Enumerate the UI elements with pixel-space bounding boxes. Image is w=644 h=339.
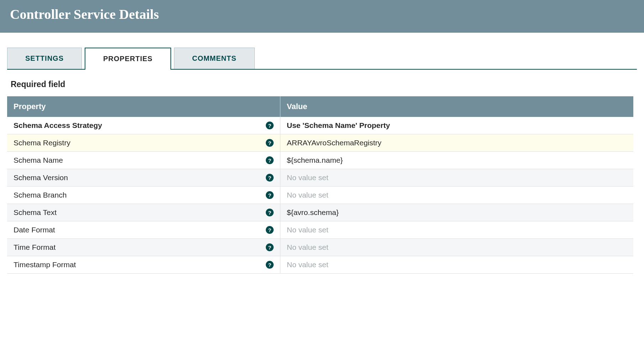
table-row[interactable]: Schema Version?No value set [7, 169, 633, 187]
header-value: Value [280, 96, 633, 117]
property-name: Schema Name [14, 156, 63, 165]
value-cell[interactable]: Use 'Schema Name' Property [280, 117, 633, 134]
value-cell[interactable]: ARRAYAvroSchemaRegistry [280, 134, 633, 151]
value-text: Use 'Schema Name' Property [287, 121, 390, 130]
table-row[interactable]: Time Format?No value set [7, 239, 633, 256]
property-cell: Schema Branch? [7, 187, 280, 204]
value-text: ${schema.name} [287, 156, 343, 165]
table-row[interactable]: Schema Name?${schema.name} [7, 152, 633, 169]
property-cell: Schema Version? [7, 169, 280, 186]
content-area: Required field Property Value Schema Acc… [0, 70, 644, 274]
tabs: SETTINGS PROPERTIES COMMENTS [7, 48, 637, 70]
value-text: No value set [287, 173, 328, 182]
value-text: ARRAYAvroSchemaRegistry [287, 139, 381, 147]
value-text: No value set [287, 260, 328, 269]
dialog-title: Controller Service Details [10, 6, 634, 22]
table-header: Property Value [7, 96, 633, 117]
property-name: Schema Access Strategy [14, 121, 102, 130]
help-icon[interactable]: ? [266, 156, 274, 164]
dialog-header: Controller Service Details [0, 0, 644, 33]
help-icon[interactable]: ? [266, 209, 274, 216]
help-icon[interactable]: ? [266, 191, 274, 199]
property-cell: Date Format? [7, 221, 280, 238]
help-icon[interactable]: ? [266, 174, 274, 182]
table-body: Schema Access Strategy?Use 'Schema Name'… [7, 117, 633, 274]
table-row[interactable]: Schema Text?${avro.schema} [7, 204, 633, 221]
property-name: Date Format [14, 226, 55, 234]
properties-table: Property Value Schema Access Strategy?Us… [7, 96, 633, 274]
property-cell: Schema Registry? [7, 134, 280, 151]
tab-settings[interactable]: SETTINGS [7, 48, 82, 69]
help-icon[interactable]: ? [266, 261, 274, 269]
table-row[interactable]: Timestamp Format?No value set [7, 256, 633, 274]
property-name: Time Format [14, 243, 56, 252]
property-name: Schema Registry [14, 139, 70, 147]
property-cell: Timestamp Format? [7, 256, 280, 273]
required-field-label: Required field [11, 80, 637, 89]
tab-properties[interactable]: PROPERTIES [85, 48, 171, 70]
value-text: No value set [287, 191, 328, 199]
value-text: No value set [287, 226, 328, 234]
header-property: Property [7, 96, 280, 117]
value-cell[interactable]: No value set [280, 239, 633, 256]
help-icon[interactable]: ? [266, 139, 274, 147]
value-text: No value set [287, 243, 328, 252]
property-name: Timestamp Format [14, 260, 76, 269]
tab-comments[interactable]: COMMENTS [174, 48, 255, 69]
value-cell[interactable]: No value set [280, 169, 633, 186]
help-icon[interactable]: ? [266, 226, 274, 234]
property-cell: Schema Access Strategy? [7, 117, 280, 134]
property-name: Schema Branch [14, 191, 67, 199]
property-cell: Schema Name? [7, 152, 280, 169]
value-cell[interactable]: No value set [280, 256, 633, 273]
help-icon[interactable]: ? [266, 122, 274, 129]
table-row[interactable]: Schema Access Strategy?Use 'Schema Name'… [7, 117, 633, 134]
value-cell[interactable]: ${avro.schema} [280, 204, 633, 221]
tabs-container: SETTINGS PROPERTIES COMMENTS [0, 48, 644, 70]
property-name: Schema Text [14, 208, 57, 217]
table-row[interactable]: Date Format?No value set [7, 221, 633, 239]
value-cell[interactable]: No value set [280, 221, 633, 238]
property-name: Schema Version [14, 173, 68, 182]
table-row[interactable]: Schema Registry?ARRAYAvroSchemaRegistry [7, 134, 633, 152]
value-cell[interactable]: ${schema.name} [280, 152, 633, 169]
property-cell: Schema Text? [7, 204, 280, 221]
value-text: ${avro.schema} [287, 208, 339, 217]
property-cell: Time Format? [7, 239, 280, 256]
help-icon[interactable]: ? [266, 243, 274, 251]
table-row[interactable]: Schema Branch?No value set [7, 187, 633, 204]
value-cell[interactable]: No value set [280, 187, 633, 204]
